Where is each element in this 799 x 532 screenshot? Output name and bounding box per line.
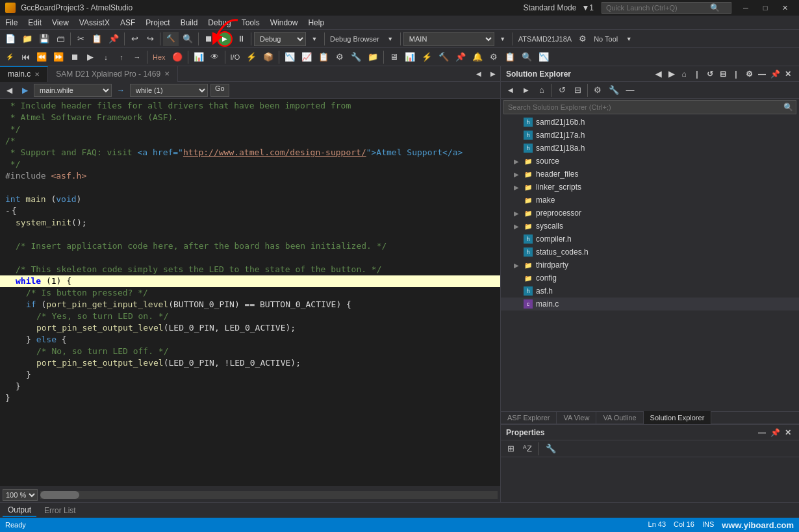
- tab-close-btn2[interactable]: ✕: [164, 70, 170, 77]
- debug-pause-btn[interactable]: ⏸: [234, 32, 248, 46]
- tab-scroll-left[interactable]: ◀: [472, 67, 486, 81]
- tb2-misc16[interactable]: 📉: [536, 50, 552, 64]
- tb2-debug-btn[interactable]: 🔴: [170, 50, 185, 64]
- tb2-flash-btn[interactable]: ⚡: [244, 50, 259, 64]
- se-tb-btn7[interactable]: 🔧: [606, 83, 622, 97]
- menu-asf[interactable]: ASF: [115, 16, 140, 30]
- tb2-misc9[interactable]: ⚡: [419, 50, 435, 64]
- tb2-watch-btn[interactable]: 👁: [208, 50, 222, 64]
- horizontal-scrollbar[interactable]: [40, 491, 498, 499]
- se-collapse-btn[interactable]: ⊟: [717, 68, 729, 80]
- tree-item-samd21j16b[interactable]: h samd21j16b.h: [501, 116, 799, 129]
- menu-project[interactable]: Project: [140, 16, 175, 30]
- menu-vassistx[interactable]: VAssistX: [74, 16, 115, 30]
- tb2-misc15[interactable]: 🔍: [519, 50, 535, 64]
- nav-left-dropdown[interactable]: main.while: [34, 84, 112, 97]
- menu-edit[interactable]: Edit: [23, 16, 47, 30]
- se-tb-btn5[interactable]: ⊟: [570, 83, 585, 97]
- tab-solution-explorer[interactable]: Solution Explorer: [644, 411, 712, 424]
- se-refresh-btn[interactable]: ↺: [704, 68, 716, 80]
- se-tb-btn4[interactable]: ↺: [555, 83, 569, 97]
- tb2-misc8[interactable]: 📊: [402, 50, 418, 64]
- minimize-button[interactable]: ─: [737, 0, 755, 16]
- no-tool-label[interactable]: No Tool: [591, 32, 620, 46]
- tb2-misc7[interactable]: 🖥: [387, 50, 401, 64]
- output-tab[interactable]: Output: [3, 504, 36, 517]
- code-editor[interactable]: * Include header files for all drivers t…: [0, 99, 500, 487]
- tab-asf-explorer[interactable]: ASF Explorer: [501, 411, 557, 424]
- nav-go-btn[interactable]: Go: [210, 84, 229, 97]
- menu-tools[interactable]: Tools: [236, 16, 265, 30]
- tree-folder-config[interactable]: 📁 config: [501, 272, 799, 285]
- tree-item-asf[interactable]: h asf.h: [501, 285, 799, 298]
- open-btn[interactable]: 📁: [19, 32, 35, 46]
- se-close2-btn[interactable]: —: [756, 68, 768, 80]
- se-pin-btn[interactable]: 📌: [769, 68, 781, 80]
- tree-folder-make[interactable]: 📁 make: [501, 194, 799, 207]
- tb2-misc14[interactable]: 📋: [502, 50, 518, 64]
- se-tb-btn8[interactable]: —: [623, 83, 637, 97]
- prop-tb-custom[interactable]: 🔧: [543, 442, 559, 456]
- tree-item-main-c[interactable]: c main.c: [501, 298, 799, 310]
- tb2-btn1[interactable]: ⚡: [3, 50, 17, 64]
- nav-right-dropdown[interactable]: while (1): [130, 84, 208, 97]
- error-list-tab[interactable]: Error List: [39, 504, 81, 517]
- prop-tb-cat[interactable]: ⊞: [503, 442, 518, 456]
- tb2-step-btn[interactable]: ↓: [99, 50, 113, 64]
- tree-folder-linker[interactable]: ▶ 📁 linker_scripts: [501, 181, 799, 194]
- quick-launch-box[interactable]: 🔍: [602, 2, 731, 14]
- tree-item-samd21j17a[interactable]: h samd21j17a.h: [501, 129, 799, 142]
- tb2-stop-btn[interactable]: ⏹: [68, 50, 82, 64]
- prop-tb-az[interactable]: ᴬZ: [520, 442, 535, 456]
- menu-view[interactable]: View: [47, 16, 74, 30]
- se-tb-btn6[interactable]: ⚙: [590, 83, 605, 97]
- tb2-misc13[interactable]: ⚙: [487, 50, 501, 64]
- tb2-next-btn[interactable]: ⏩: [51, 50, 66, 64]
- debug-browser-label[interactable]: Debug Browser: [327, 32, 382, 46]
- quick-launch-input[interactable]: [606, 4, 710, 12]
- tb2-btn2[interactable]: ⏮: [18, 50, 32, 64]
- tree-folder-header-files[interactable]: ▶ 📁 header_files: [501, 168, 799, 181]
- save-all-btn[interactable]: 🗃: [53, 32, 68, 46]
- scroll-thumb-h[interactable]: [40, 491, 79, 499]
- tb2-misc1[interactable]: 📉: [282, 50, 298, 64]
- tab-main-c[interactable]: main.c ✕: [0, 66, 48, 82]
- redo-btn[interactable]: ↪: [143, 32, 157, 46]
- se-tools-btn[interactable]: ⚙: [743, 68, 755, 80]
- se-tb-btn3[interactable]: ⌂: [535, 83, 549, 97]
- tree-folder-thirdparty[interactable]: ▶ 📁 thirdparty: [501, 259, 799, 272]
- menu-build[interactable]: Build: [175, 16, 203, 30]
- device-settings[interactable]: ⚙: [576, 32, 590, 46]
- menu-file[interactable]: File: [0, 16, 23, 30]
- tb2-mem-btn[interactable]: 📊: [191, 50, 207, 64]
- se-search-input[interactable]: [504, 103, 783, 111]
- prop-float-btn[interactable]: 📌: [769, 427, 781, 438]
- save-btn[interactable]: 💾: [36, 32, 52, 46]
- find-btn[interactable]: 🔍: [180, 32, 196, 46]
- tree-folder-syscalls[interactable]: ▶ 📁 syscalls: [501, 220, 799, 233]
- debug-config-arrow[interactable]: ▼: [307, 32, 322, 46]
- tb2-misc11[interactable]: 📌: [453, 50, 468, 64]
- tb2-misc12[interactable]: 🔔: [470, 50, 485, 64]
- nav-forward-btn[interactable]: ▶: [18, 84, 31, 97]
- nav-back-btn[interactable]: ◀: [3, 84, 16, 97]
- undo-btn[interactable]: ↩: [127, 32, 142, 46]
- tree-item-compiler[interactable]: h compiler.h: [501, 233, 799, 246]
- tb2-misc4[interactable]: ⚙: [333, 50, 347, 64]
- tb2-chip-btn[interactable]: 📦: [260, 50, 276, 64]
- prop-close-btn[interactable]: ✕: [782, 427, 794, 438]
- tree-folder-source[interactable]: ▶ 📁 source: [501, 155, 799, 168]
- tb2-misc6[interactable]: 📁: [365, 50, 381, 64]
- cut-btn[interactable]: ✂: [73, 32, 88, 46]
- tree-folder-preprocessor[interactable]: ▶ 📁 preprocessor: [501, 207, 799, 220]
- tb2-run-btn[interactable]: →: [130, 50, 144, 64]
- tb2-hex-btn[interactable]: Hex: [150, 50, 168, 64]
- maximize-button[interactable]: □: [756, 0, 774, 16]
- debug-browser-arrow[interactable]: ▼: [383, 32, 398, 46]
- tb2-io-btn[interactable]: I/O: [228, 50, 243, 64]
- new-project-btn[interactable]: 📄: [3, 32, 18, 46]
- tb2-prev-btn[interactable]: ⏪: [34, 50, 49, 64]
- tb2-misc3[interactable]: 📋: [316, 50, 331, 64]
- debug-play-btn[interactable]: ▶: [217, 31, 233, 47]
- close-button[interactable]: ✕: [776, 0, 794, 16]
